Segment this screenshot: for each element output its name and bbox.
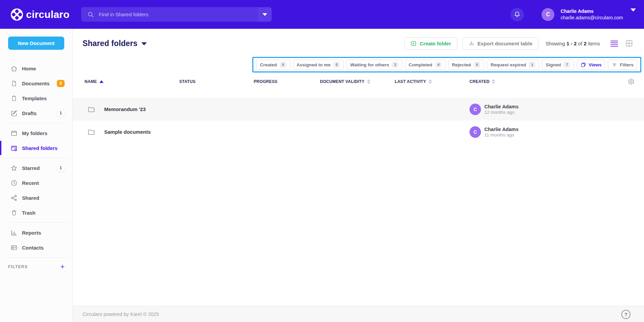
sidebar-divider xyxy=(5,257,68,258)
sidebar-item-label: Home xyxy=(22,66,36,71)
topbar-right: C Charlie Adams charlie.adams@circularo.… xyxy=(510,0,636,29)
sidebar-item-drafts[interactable]: Drafts 1 xyxy=(0,106,73,121)
folder-icon xyxy=(87,128,95,136)
column-header-name[interactable]: NAME xyxy=(85,79,179,84)
export-document-table-button[interactable]: Export document table xyxy=(462,37,539,50)
chip-count: 2 xyxy=(392,62,398,68)
chip-assigned-to-me[interactable]: Assigned to me 0 xyxy=(293,60,344,70)
contact-card-icon xyxy=(10,244,18,251)
sidebar-item-home[interactable]: Home xyxy=(0,61,73,76)
sidebar-item-shared-folders[interactable]: Shared folders xyxy=(0,141,73,155)
footer-text: Circularo powered by Karel © 2025 xyxy=(83,312,159,317)
sort-icon xyxy=(429,79,432,84)
folder-icon xyxy=(10,130,18,137)
chip-created[interactable]: Created 0 xyxy=(256,60,290,70)
sidebar-item-documents[interactable]: Documents 0 xyxy=(0,76,73,91)
sidebar-nav: Home Documents 0 Templates Drafts xyxy=(0,61,73,274)
edit-icon xyxy=(10,110,18,117)
column-header-progress[interactable]: PROGRESS xyxy=(254,79,320,84)
user-info[interactable]: Charlie Adams charlie.adams@circularo.co… xyxy=(560,8,623,20)
sidebar-item-my-folders[interactable]: My folders xyxy=(0,126,73,141)
filters-label: Filters xyxy=(620,62,634,67)
table-row[interactable]: Sample documents C Charlie Adams 11 mont… xyxy=(73,121,644,143)
filters-section-label: FILTERS xyxy=(8,264,28,269)
sidebar-item-trash[interactable]: Trash xyxy=(0,205,73,220)
chip-label: Waiting for others xyxy=(350,62,389,67)
column-header-document-validity[interactable]: DOCUMENT VALIDITY xyxy=(320,79,395,84)
folder-list: Memorandum '23 C Charlie Adams 12 months… xyxy=(73,98,644,143)
user-avatar[interactable]: C xyxy=(542,8,554,21)
sidebar-filters-section: FILTERS + xyxy=(0,260,73,274)
chip-request-expired[interactable]: Request expired 1 xyxy=(487,60,539,70)
table-header: NAME STATUS PROGRESS DOCUMENT VALIDITY L… xyxy=(73,75,644,88)
question-mark-icon: ? xyxy=(624,312,627,317)
new-document-button[interactable]: New Document xyxy=(8,37,64,50)
grid-view-button[interactable] xyxy=(625,39,633,47)
brand-logo[interactable]: circularo xyxy=(11,8,70,21)
created-ago: 11 months ago xyxy=(484,132,519,137)
circularo-logo-icon xyxy=(11,8,23,21)
chip-label: Signed xyxy=(546,62,561,67)
created-ago: 12 months ago xyxy=(484,110,519,115)
sidebar-item-label: Starred xyxy=(22,165,40,171)
column-header-created[interactable]: CREATED xyxy=(469,79,620,84)
brand-name: circularo xyxy=(26,9,70,20)
sidebar-item-starred[interactable]: Starred 1 xyxy=(0,160,73,175)
search-icon xyxy=(87,11,94,18)
views-icon xyxy=(580,62,586,68)
filter-chips-zone: Created 0 Assigned to me 0 Waiting for o… xyxy=(73,57,644,72)
notifications-button[interactable] xyxy=(510,8,524,21)
folder-name-cell: Sample documents xyxy=(85,128,179,136)
chip-count: 4 xyxy=(435,62,442,68)
views-label: Views xyxy=(589,62,601,67)
created-by: Charlie Adams xyxy=(484,126,519,132)
sidebar-item-label: Contacts xyxy=(22,245,44,251)
filters-button[interactable]: Filters xyxy=(608,60,637,70)
user-email: charlie.adams@circularo.com xyxy=(560,15,623,21)
filter-chips-highlight-box: Created 0 Assigned to me 0 Waiting for o… xyxy=(252,57,641,72)
footer: Circularo powered by Karel © 2025 ? xyxy=(73,306,644,322)
header-actions: Create folder Export document table Show… xyxy=(404,37,633,50)
sidebar-item-label: Documents xyxy=(22,81,50,86)
home-icon xyxy=(10,65,18,72)
folder-name-cell: Memorandum '23 xyxy=(85,105,179,113)
chevron-down-icon xyxy=(262,13,267,16)
search-input[interactable] xyxy=(94,12,258,17)
page-title-dropdown[interactable]: Shared folders xyxy=(83,39,147,48)
sidebar-item-templates[interactable]: Templates xyxy=(0,91,73,106)
trash-icon xyxy=(10,209,18,216)
download-icon xyxy=(468,40,475,46)
table-settings-button[interactable] xyxy=(620,78,635,85)
chip-rejected[interactable]: Rejected 0 xyxy=(448,60,484,70)
help-button[interactable]: ? xyxy=(621,310,630,319)
column-header-status[interactable]: STATUS xyxy=(179,79,254,84)
list-view-button[interactable] xyxy=(610,40,619,47)
table-row[interactable]: Memorandum '23 C Charlie Adams 12 months… xyxy=(73,98,644,121)
shared-folder-icon xyxy=(10,145,18,152)
chip-label: Assigned to me xyxy=(297,62,331,67)
create-folder-button[interactable]: Create folder xyxy=(404,37,457,50)
views-button[interactable]: Views xyxy=(577,60,605,70)
chip-signed[interactable]: Signed 7 xyxy=(542,60,574,70)
user-menu-button[interactable] xyxy=(630,12,636,18)
search-scope-dropdown[interactable] xyxy=(258,7,272,22)
star-icon xyxy=(10,165,18,172)
sidebar-item-label: Drafts xyxy=(22,110,37,116)
chip-count: 0 xyxy=(474,62,480,68)
column-header-last-activity[interactable]: LAST ACTIVITY xyxy=(395,79,469,84)
documents-count-badge: 0 xyxy=(57,80,65,87)
chip-count: 7 xyxy=(564,62,570,68)
sidebar-item-reports[interactable]: Reports xyxy=(0,225,73,240)
avatar: C xyxy=(469,104,481,115)
sidebar-item-label: Templates xyxy=(22,95,47,101)
chip-completed[interactable]: Completed 4 xyxy=(405,60,445,70)
sidebar-item-label: Shared folders xyxy=(22,145,58,151)
sidebar-item-contacts[interactable]: Contacts xyxy=(0,240,73,255)
main-content: Shared folders Create folder Export docu… xyxy=(73,29,644,322)
add-filter-button[interactable]: + xyxy=(60,263,65,271)
chip-waiting-for-others[interactable]: Waiting for others 2 xyxy=(346,60,402,70)
sidebar-item-recent[interactable]: Recent xyxy=(0,175,73,190)
circularo-app: circularo C Charlie Adams charlie.adams@… xyxy=(0,0,644,322)
sidebar-item-label: Recent xyxy=(22,180,39,186)
sidebar-item-shared[interactable]: Shared xyxy=(0,190,73,205)
